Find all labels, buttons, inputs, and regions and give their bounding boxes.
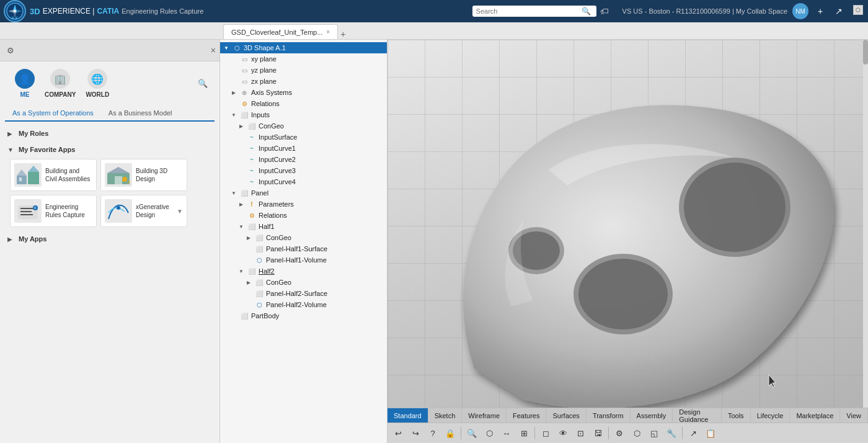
tag-icon[interactable]: 🏷 [600, 6, 609, 16]
tree-toggle-icon[interactable]: ▶ [230, 89, 237, 96]
tree-item[interactable]: ⬡Panel-Half2-Volume [220, 299, 387, 310]
tree-toggle-icon[interactable] [237, 178, 245, 186]
frame-icon[interactable]: ◱ [646, 425, 662, 441]
gear-icon[interactable]: ⚙ [4, 43, 17, 57]
tree-item[interactable]: ▼⬜Half1 [220, 221, 387, 232]
tree-toggle-icon[interactable] [245, 301, 252, 308]
tree-toggle-icon[interactable] [245, 245, 252, 253]
tree-toggle-icon[interactable]: ▼ [237, 223, 245, 230]
tree-item[interactable]: ▶⊕Axis Systems [220, 87, 387, 98]
tree-toggle-icon[interactable] [230, 78, 237, 85]
undo-icon[interactable]: ↩ [390, 425, 406, 441]
tree-item[interactable]: ▭yz plane [220, 65, 387, 76]
tree-toggle-icon[interactable] [230, 312, 237, 320]
my-apps-header[interactable]: ▶ My Apps [5, 232, 215, 246]
tree-toggle-icon[interactable] [245, 256, 252, 264]
profile-tab-world[interactable]: 🌐 WORLD [81, 66, 114, 101]
menu-item-tools[interactable]: Tools [722, 408, 751, 423]
compass-logo[interactable]: K.E [4, 0, 26, 22]
lock-icon[interactable]: 🔒 [442, 425, 458, 441]
menu-item-wireframe[interactable]: Wireframe [462, 408, 507, 423]
menu-item-standard[interactable]: Standard [388, 408, 428, 423]
tree-toggle-icon[interactable] [237, 212, 245, 219]
tree-toggle-icon[interactable]: ▼ [230, 189, 237, 197]
tree-item[interactable]: ⚙Relations [220, 210, 387, 221]
tab-add-button[interactable]: + [338, 29, 348, 39]
shape-icon[interactable]: ⬡ [629, 425, 645, 441]
tree-item[interactable]: ▭zx plane [220, 76, 387, 87]
user-avatar[interactable]: NM [792, 3, 808, 19]
tree-toggle-icon[interactable]: ▶ [237, 122, 245, 130]
tree-item[interactable]: ⚙Relations [220, 98, 387, 109]
tree-toggle-icon[interactable]: ▶ [245, 234, 252, 241]
menu-item-transform[interactable]: Transform [587, 408, 631, 423]
tree-item[interactable]: ⬡Panel-Half1-Volume [220, 254, 387, 266]
tree-item[interactable]: ⬜Panel-Half1-Surface [220, 243, 387, 254]
menu-item-design-guidance[interactable]: Design Guidance [673, 408, 722, 423]
active-tab[interactable]: GSD_Cloverleaf_Unit_Temp... × [223, 24, 338, 39]
app-building-3d[interactable]: ↗ Building 3D Design [100, 159, 187, 191]
tree-item[interactable]: ▶fParameters [220, 199, 387, 210]
tree-item[interactable]: ~InputCurve3 [220, 165, 387, 176]
tree-toggle-icon[interactable] [230, 100, 237, 107]
tree-toggle-icon[interactable]: ▼ [223, 44, 230, 51]
eye-icon[interactable]: 👁 [555, 425, 571, 441]
tree-item[interactable]: ▼⬜Inputs [220, 109, 387, 120]
expand-right-button[interactable]: ⬡ [853, 5, 863, 15]
redo-icon[interactable]: ↪ [407, 425, 423, 441]
close-panel-button[interactable]: × [211, 45, 216, 55]
menu-item-sketch[interactable]: Sketch [428, 408, 463, 423]
menu-item-view[interactable]: View [840, 408, 868, 423]
tree-item[interactable]: ▼⬜Half2 [220, 266, 387, 277]
tree-toggle-icon[interactable]: ▼ [237, 267, 245, 275]
tree-item[interactable]: ▶⬜ConGeo [220, 120, 387, 132]
tree-toggle-icon[interactable]: ▶ [237, 200, 245, 208]
tree-toggle-icon[interactable] [237, 145, 245, 152]
3d-viewport[interactable]: StandardSketchWireframeFeaturesSurfacesT… [388, 40, 868, 443]
menu-item-features[interactable]: Features [507, 408, 546, 423]
search-input[interactable] [476, 7, 582, 15]
select-icon[interactable]: ◻ [538, 425, 554, 441]
profile-tab-me[interactable]: 👤 ME [10, 66, 40, 101]
share-icon[interactable]: ↗ [685, 425, 701, 441]
sub-tab-system[interactable]: As a System of Operations [5, 105, 101, 122]
tree-item[interactable]: ~InputCurve1 [220, 143, 387, 154]
tree-toggle-icon[interactable] [230, 66, 237, 74]
tree-item[interactable]: ⬜PartBody [220, 310, 387, 321]
tree-item[interactable]: ▶⬜ConGeo [220, 277, 387, 288]
menu-item-lifecycle[interactable]: Lifecycle [751, 408, 790, 423]
grid-icon[interactable]: ⊞ [516, 425, 532, 441]
tree-item[interactable]: ~InputSurface [220, 132, 387, 143]
add-button[interactable]: + [813, 4, 827, 18]
tree-item[interactable]: ▼⬜Panel [220, 187, 387, 199]
app-engineering-rules[interactable]: R Engineering Rules Capture [10, 195, 97, 227]
menu-item-surfaces[interactable]: Surfaces [546, 408, 586, 423]
menu-item-assembly[interactable]: Assembly [631, 408, 673, 423]
viewport-scrollbar[interactable] [863, 40, 868, 443]
tool-icon[interactable]: 🔧 [663, 425, 680, 441]
tree-toggle-icon[interactable]: ▼ [230, 111, 237, 119]
profile-tab-company[interactable]: 🏢 COMPANY [40, 66, 81, 101]
menu-item-marketplace[interactable]: Marketplace [790, 408, 840, 423]
help-icon[interactable]: ? [425, 425, 441, 441]
app-xgen-design[interactable]: xGenerative Design ▼ [100, 195, 187, 227]
box-icon[interactable]: ⊡ [572, 425, 588, 441]
tab-close-button[interactable]: × [326, 29, 330, 35]
tree-toggle-icon[interactable] [230, 55, 237, 63]
compass-icon[interactable]: ⬡ [481, 425, 497, 441]
tree-toggle-icon[interactable]: ▶ [245, 279, 252, 286]
save-icon[interactable]: 🖫 [590, 425, 606, 441]
sub-tab-business[interactable]: As a Business Model [101, 105, 180, 120]
settings-icon[interactable]: ⚙ [611, 425, 627, 441]
tree-toggle-icon[interactable] [237, 167, 245, 174]
my-roles-header[interactable]: ▶ My Roles [5, 127, 215, 140]
tree-item[interactable]: ▶⬜ConGeo [220, 232, 387, 243]
favorite-apps-header[interactable]: ▼ My Favorite Apps [5, 143, 215, 156]
tree-toggle-icon[interactable] [237, 156, 245, 163]
tree-item[interactable]: ▼⬡3D Shape A.1 [220, 42, 387, 53]
zoom-icon[interactable]: 🔍 [464, 425, 480, 441]
tree-item[interactable]: ~InputCurve2 [220, 154, 387, 165]
tree-toggle-icon[interactable] [245, 290, 252, 297]
app-building-civil[interactable]: Building and Civil Assemblies [10, 159, 97, 191]
share-icon[interactable]: ↗ [832, 4, 846, 18]
